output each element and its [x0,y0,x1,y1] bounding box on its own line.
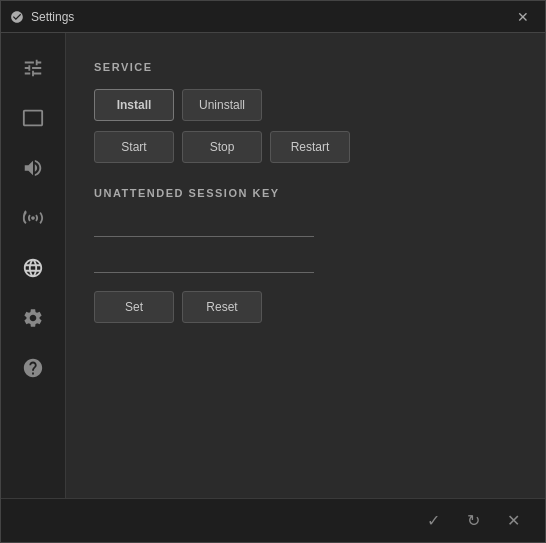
session-key-input-2[interactable] [94,247,314,273]
restart-button[interactable]: Restart [270,131,350,163]
confirm-button[interactable]: ✓ [417,505,449,537]
service-control-row: Start Stop Restart [94,131,517,163]
uninstall-button[interactable]: Uninstall [182,89,262,121]
stop-button[interactable]: Stop [182,131,262,163]
install-button[interactable]: Install [94,89,174,121]
window-close-button[interactable]: ✕ [509,3,537,31]
bottom-bar: ✓ ↻ ✕ [1,498,545,542]
refresh-button[interactable]: ↻ [457,505,489,537]
reset-button[interactable]: Reset [182,291,262,323]
close-button[interactable]: ✕ [497,505,529,537]
start-button[interactable]: Start [94,131,174,163]
sidebar [1,33,66,498]
sidebar-item-settings[interactable] [10,295,56,341]
content-area: SERVICE Install Uninstall Start Stop Res… [66,33,545,498]
service-install-row: Install Uninstall [94,89,517,121]
session-key-buttons: Set Reset [94,291,517,323]
sidebar-item-help[interactable] [10,345,56,391]
app-icon [9,9,25,25]
sidebar-item-audio[interactable] [10,145,56,191]
service-section-title: SERVICE [94,61,517,73]
settings-window: Settings ✕ [0,0,546,543]
sidebar-item-network[interactable] [10,245,56,291]
session-key-input-1[interactable] [94,211,314,237]
set-button[interactable]: Set [94,291,174,323]
main-content: SERVICE Install Uninstall Start Stop Res… [1,33,545,498]
sidebar-item-sliders[interactable] [10,45,56,91]
title-bar: Settings ✕ [1,1,545,33]
sidebar-item-connection[interactable] [10,195,56,241]
session-section-title: UNATTENDED SESSION KEY [94,187,517,199]
window-title: Settings [31,10,509,24]
sidebar-item-display[interactable] [10,95,56,141]
